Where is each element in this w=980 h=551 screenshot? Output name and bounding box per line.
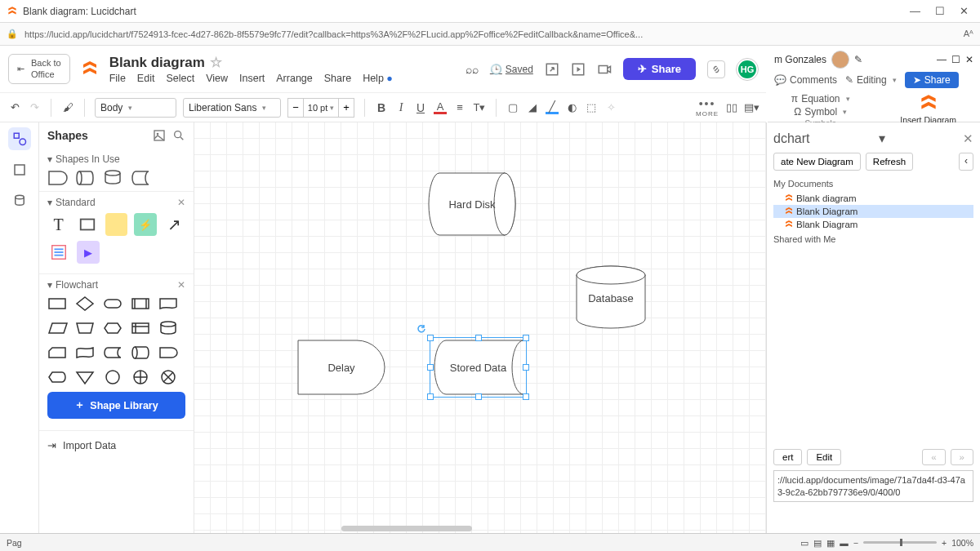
fc-diamond[interactable] bbox=[75, 295, 95, 312]
fc-data[interactable] bbox=[47, 320, 67, 336]
note-shape[interactable] bbox=[105, 213, 127, 236]
comments-button[interactable]: 💬 Comments bbox=[774, 74, 837, 86]
symbol-dropdown[interactable]: Ω Symbol bbox=[794, 106, 847, 118]
panel-close-icon[interactable]: ✕ bbox=[963, 131, 973, 146]
close-standard-icon[interactable]: ✕ bbox=[177, 197, 185, 208]
fc-predefined[interactable] bbox=[131, 295, 150, 312]
underline-button[interactable]: U bbox=[414, 101, 427, 114]
panel-menu-icon[interactable]: ▾ bbox=[879, 131, 885, 146]
menu-insert[interactable]: Insert bbox=[239, 73, 265, 84]
maximize-icon[interactable]: ☐ bbox=[935, 5, 945, 17]
undo-icon[interactable]: ↶ bbox=[8, 101, 21, 114]
standard-header[interactable]: ▾ Standard✕ bbox=[47, 197, 185, 208]
fc-display[interactable] bbox=[47, 369, 67, 385]
fc-merge[interactable] bbox=[75, 369, 95, 385]
align-button[interactable]: ≡ bbox=[453, 101, 466, 114]
import-data-button[interactable]: ⇥ Import Data bbox=[39, 430, 194, 460]
web-layout-icon[interactable]: ▬ bbox=[840, 538, 849, 548]
shape-delay[interactable] bbox=[47, 170, 67, 186]
menu-help[interactable]: Help ● bbox=[363, 73, 393, 84]
close-icon[interactable]: ✕ bbox=[960, 5, 969, 17]
doc-item-selected[interactable]: Blank Diagram bbox=[773, 205, 973, 218]
pencil-icon[interactable]: ✎ bbox=[854, 54, 862, 65]
more-button[interactable]: •••MORE bbox=[696, 97, 719, 118]
user-avatar-initials[interactable]: HG bbox=[737, 59, 758, 80]
text-color-button[interactable]: A bbox=[434, 101, 447, 114]
office-share-button[interactable]: ➤ Share bbox=[905, 72, 959, 88]
redo-icon[interactable]: ↷ bbox=[28, 101, 41, 114]
menu-arrange[interactable]: Arrange bbox=[276, 73, 312, 84]
line-color-button[interactable]: ◐ bbox=[565, 101, 578, 114]
back-to-office-button[interactable]: ⇤ Back toOffice bbox=[8, 54, 70, 83]
search-icon[interactable]: ⌕⌕ bbox=[466, 63, 479, 76]
font-dropdown[interactable]: Liberation Sans bbox=[183, 98, 281, 118]
popout-icon[interactable] bbox=[545, 62, 559, 77]
reader-mode-icon[interactable]: Aᴬ bbox=[964, 29, 973, 39]
play-shape[interactable]: ▶ bbox=[77, 241, 100, 264]
zoom-slider[interactable] bbox=[863, 541, 937, 544]
fc-terminator[interactable] bbox=[103, 295, 122, 312]
rotate-handle-icon[interactable] bbox=[417, 325, 425, 333]
prev-button[interactable]: « bbox=[922, 449, 945, 465]
camera-icon[interactable] bbox=[597, 62, 612, 77]
fill-bucket-button[interactable]: ◢ bbox=[526, 101, 539, 114]
shapes-tab[interactable] bbox=[8, 127, 31, 150]
italic-button[interactable]: I bbox=[394, 101, 408, 114]
fc-document[interactable] bbox=[158, 295, 178, 312]
focus-mode-icon[interactable]: ▭ bbox=[800, 538, 808, 548]
create-diagram-button[interactable]: ate New Diagram bbox=[773, 153, 861, 171]
shared-group[interactable]: Shared with Me bbox=[773, 234, 973, 244]
font-size-increase[interactable]: + bbox=[338, 98, 354, 118]
fc-hex[interactable] bbox=[103, 320, 122, 336]
fc-manual[interactable] bbox=[75, 320, 95, 336]
fc-delay[interactable] bbox=[158, 344, 178, 361]
editing-dropdown[interactable]: ✎ Editing bbox=[845, 74, 897, 86]
font-size-stepper[interactable]: − 10 pt + bbox=[287, 98, 354, 118]
play-icon[interactable] bbox=[571, 62, 586, 77]
list-shape[interactable] bbox=[47, 241, 70, 264]
document-title[interactable]: Blank diagram bbox=[109, 55, 205, 71]
fc-stored[interactable] bbox=[103, 344, 122, 361]
canvas[interactable]: Hard Disk Database Delay Stored Data bbox=[194, 122, 766, 533]
text-options-button[interactable]: T▾ bbox=[473, 101, 486, 114]
menu-file[interactable]: File bbox=[109, 73, 126, 84]
fc-card[interactable] bbox=[47, 344, 67, 361]
zoom-in-icon[interactable]: + bbox=[942, 538, 947, 548]
fc-connector[interactable] bbox=[103, 369, 122, 385]
close-flowchart-icon[interactable]: ✕ bbox=[177, 279, 185, 291]
user-avatar[interactable] bbox=[831, 51, 849, 69]
office-minimize-icon[interactable]: — bbox=[937, 54, 947, 65]
flowchart-header[interactable]: ▾ Flowchart✕ bbox=[47, 279, 185, 291]
data-tab[interactable] bbox=[8, 189, 31, 212]
magic-button[interactable]: ✧ bbox=[604, 101, 617, 114]
zoom-percent[interactable]: 100% bbox=[951, 538, 973, 548]
expand-icon[interactable]: ▤▾ bbox=[745, 101, 758, 114]
image-icon[interactable] bbox=[153, 129, 166, 142]
doc-item[interactable]: Blank Diagram bbox=[773, 218, 973, 231]
url-text[interactable]: https://lucid.app/lucidchart/f7524913-fc… bbox=[24, 29, 957, 39]
menu-view[interactable]: View bbox=[206, 73, 228, 84]
link-icon[interactable] bbox=[707, 60, 725, 78]
shape-cylinder-v[interactable] bbox=[103, 170, 122, 186]
menu-select[interactable]: Select bbox=[166, 73, 194, 84]
style-dropdown[interactable]: Body bbox=[95, 98, 176, 118]
office-maximize-icon[interactable]: ☐ bbox=[951, 54, 960, 65]
text-shape[interactable]: T bbox=[47, 213, 69, 236]
fc-rect[interactable] bbox=[47, 295, 67, 312]
menu-share[interactable]: Share bbox=[324, 73, 351, 84]
shape-database[interactable]: Database bbox=[574, 265, 648, 331]
shape-library-button[interactable]: ＋ Shape Library bbox=[47, 392, 185, 419]
minimize-icon[interactable]: — bbox=[910, 5, 920, 17]
menu-edit[interactable]: Edit bbox=[137, 73, 155, 84]
fc-sum[interactable] bbox=[158, 369, 178, 385]
bolt-shape[interactable]: ⚡ bbox=[134, 213, 156, 236]
insert-button[interactable]: ert bbox=[773, 449, 802, 465]
search-shapes-icon[interactable] bbox=[172, 129, 185, 142]
equation-dropdown[interactable]: π Equation bbox=[791, 93, 850, 104]
edit-button[interactable]: Edit bbox=[807, 449, 841, 465]
shape-hard-disk[interactable]: Hard Disk bbox=[427, 171, 517, 237]
office-close-icon[interactable]: ✕ bbox=[965, 54, 973, 65]
panels-icon[interactable]: ▯▯ bbox=[725, 101, 738, 114]
shape-delay[interactable]: Delay bbox=[296, 339, 386, 396]
doc-item[interactable]: Blank diagram bbox=[773, 192, 973, 205]
